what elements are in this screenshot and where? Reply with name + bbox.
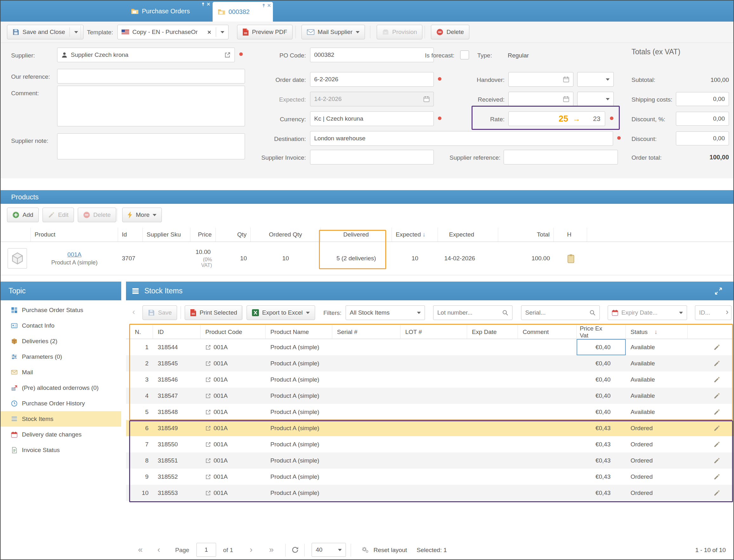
chevron-down-icon[interactable]	[74, 31, 78, 35]
chevron-down-icon[interactable]	[338, 549, 342, 553]
col-id[interactable]: ID	[153, 325, 201, 339]
lot-number-input[interactable]	[437, 309, 499, 316]
export-to-excel-button[interactable]: Export to Excel	[247, 305, 315, 320]
col-lot[interactable]: LOT #	[400, 325, 467, 339]
stock-row[interactable]: 7 318550 001A Product A (simple) €0,43 O…	[126, 436, 734, 452]
edit-pencil-icon[interactable]	[713, 360, 720, 367]
col-delivered[interactable]: Delivered	[321, 228, 392, 242]
external-link-icon[interactable]	[205, 377, 211, 383]
handover-time-select[interactable]	[577, 72, 614, 87]
external-link-icon[interactable]	[224, 52, 231, 58]
tab-000382[interactable]: 000382	[213, 2, 273, 22]
is-forecast-checkbox[interactable]	[460, 50, 469, 59]
edit-pencil-icon[interactable]	[713, 409, 720, 416]
col-history[interactable]: H	[554, 228, 587, 242]
rate-field[interactable]: 25 → 23	[508, 111, 605, 126]
col-price-ex-vat[interactable]: Price Ex Vat	[577, 325, 626, 339]
product-row[interactable]: 001A Product A (simple) 3707 10.00 (0% V…	[1, 242, 734, 275]
print-selected-button[interactable]: Print Selected	[185, 305, 243, 320]
edit-pencil-icon[interactable]	[713, 376, 720, 383]
scroll-left-icon[interactable]: ‹	[132, 308, 135, 316]
reset-layout-icon[interactable]	[362, 546, 369, 553]
product-thumbnail[interactable]	[8, 248, 27, 269]
discount-pct-input[interactable]	[676, 112, 729, 126]
last-page-icon[interactable]: »	[269, 545, 274, 554]
reset-layout-label[interactable]: Reset layout	[373, 547, 407, 554]
chevron-down-icon[interactable]	[306, 312, 310, 316]
stock-row[interactable]: 1 318544 001A Product A (simple) €0,40 A…	[126, 339, 734, 355]
sidebar-item-delivery-date-changes[interactable]: Delivery date changes	[1, 427, 121, 442]
clipboard-icon[interactable]	[567, 254, 575, 263]
serial-input[interactable]	[525, 309, 586, 316]
col-id[interactable]: Id	[118, 228, 143, 242]
lot-number-search[interactable]	[433, 305, 512, 320]
received-time-select[interactable]	[577, 92, 614, 106]
sidebar-item-contact-info[interactable]: Contact Info	[1, 318, 121, 333]
stock-row[interactable]: 6 318549 001A Product A (simple) €0,43 O…	[126, 420, 734, 436]
supplier-note-input[interactable]	[57, 133, 245, 159]
chevron-down-icon[interactable]	[606, 78, 610, 83]
calendar-icon[interactable]	[563, 96, 569, 102]
next-page-icon[interactable]: ›	[250, 545, 253, 554]
sidebar-item-parameters[interactable]: Parameters (0)	[1, 349, 121, 364]
more-button[interactable]: More	[122, 208, 162, 222]
received-date-field[interactable]	[508, 92, 573, 106]
serial-search[interactable]	[521, 305, 600, 320]
external-link-icon[interactable]	[205, 474, 211, 480]
sidebar-item-purchase-order-history[interactable]: Purchase Order History	[1, 396, 121, 411]
sidebar-item-invoice-status[interactable]: Invoice Status	[1, 442, 121, 458]
chevron-down-icon[interactable]	[417, 312, 421, 316]
external-link-icon[interactable]	[205, 458, 211, 463]
supplier-field[interactable]: Supplier Czech krona	[57, 48, 235, 62]
cell-price-ex-vat[interactable]: €0,43	[577, 485, 626, 501]
col-total[interactable]: Total	[498, 228, 554, 242]
edit-pencil-icon[interactable]	[713, 457, 720, 464]
sidebar-item-mail[interactable]: Mail	[1, 364, 121, 380]
currency-input[interactable]	[310, 111, 434, 126]
order-date-input[interactable]	[310, 72, 434, 87]
chevron-down-icon[interactable]	[153, 214, 157, 218]
handover-date-field[interactable]	[508, 72, 573, 87]
calendar-icon[interactable]	[563, 76, 569, 83]
page-input[interactable]	[197, 543, 216, 557]
col-expected-date[interactable]: Expected	[438, 228, 498, 242]
cell-price-ex-vat[interactable]: €0,40	[577, 388, 626, 404]
col-ordered-qty[interactable]: Ordered Qty	[251, 228, 321, 242]
search-icon[interactable]	[589, 310, 596, 316]
first-page-icon[interactable]: «	[138, 545, 143, 554]
col-product-code[interactable]: Product Code	[201, 325, 266, 339]
cell-price-ex-vat[interactable]: €0,40	[577, 371, 626, 388]
stock-row[interactable]: 8 318551 001A Product A (simple) €0,43 O…	[126, 452, 734, 469]
close-icon[interactable]	[267, 3, 271, 7]
product-code-link[interactable]: 001A	[67, 251, 81, 258]
sidebar-item-deliveries[interactable]: Deliveries (2)	[1, 333, 121, 349]
prev-page-icon[interactable]: ‹	[157, 545, 160, 554]
tab-purchase-orders[interactable]: Purchase Orders	[126, 1, 212, 22]
search-icon[interactable]	[502, 310, 508, 316]
cell-price-ex-vat[interactable]: €0,43	[577, 436, 626, 452]
col-comment[interactable]: Comment	[518, 325, 577, 339]
col-exp-date[interactable]: Exp Date	[467, 325, 518, 339]
pin-icon[interactable]	[201, 2, 205, 6]
col-qty[interactable]: Qty	[216, 228, 251, 242]
expiry-date-filter[interactable]: Expiry Date...	[608, 305, 687, 320]
stock-row[interactable]: 2 318545 001A Product A (simple) €0,40 A…	[126, 355, 734, 371]
external-link-icon[interactable]	[205, 442, 211, 447]
chevron-down-icon[interactable]	[606, 98, 610, 102]
supplier-invoice-input[interactable]	[310, 150, 434, 164]
edit-pencil-icon[interactable]	[713, 344, 720, 351]
col-n[interactable]: N.	[126, 325, 153, 339]
clear-icon[interactable]	[207, 30, 211, 34]
shipping-costs-input[interactable]	[676, 92, 729, 106]
our-reference-input[interactable]	[57, 69, 245, 83]
chevron-down-icon[interactable]	[356, 31, 360, 35]
external-link-icon[interactable]	[205, 361, 211, 366]
stock-row[interactable]: 9 318552 001A Product A (simple) €0,43 O…	[126, 469, 734, 485]
col-serial[interactable]: Serial #	[332, 325, 400, 339]
external-link-icon[interactable]	[205, 490, 211, 496]
page-size-select[interactable]: 40	[312, 543, 346, 557]
cell-price-ex-vat[interactable]: €0,43	[577, 469, 626, 485]
external-link-icon[interactable]	[205, 409, 211, 415]
external-link-icon[interactable]	[205, 393, 211, 399]
refresh-icon[interactable]	[292, 546, 299, 553]
